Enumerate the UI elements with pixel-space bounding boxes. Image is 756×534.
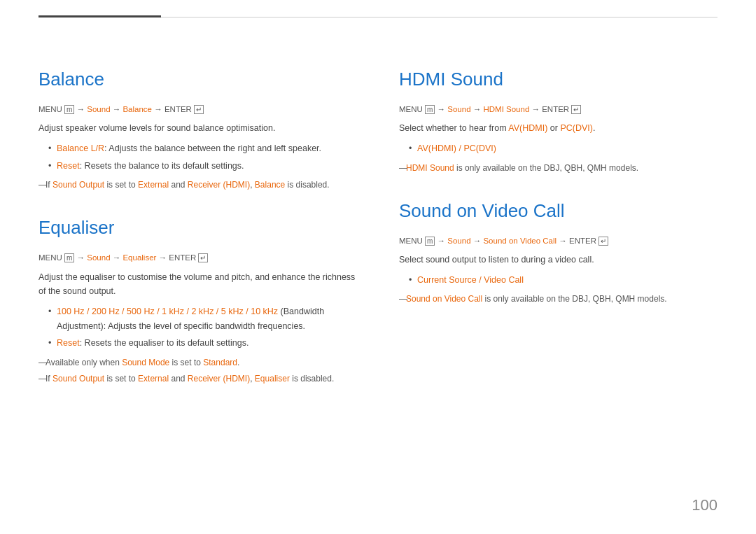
balance-enter-icon: ↵ [194, 105, 204, 114]
eq-freqs-label: 100 Hz / 200 Hz / 500 Hz / 1 kHz / 2 kHz… [57, 307, 278, 316]
eq-note1-standard: Standard [203, 358, 237, 367]
eq-reset-label: Reset [57, 338, 80, 348]
equaliser-menu-path: MENU m → Sound → Equaliser → ENTER ↵ [38, 251, 357, 264]
balance-items: Balance L/R: Adjusts the balance between… [50, 141, 357, 173]
sovc-menu-icon: m [425, 237, 435, 246]
eq-arrow3: → ENTER [156, 253, 198, 262]
balance-title: Balance [38, 69, 357, 90]
eq-note1: Available only when Sound Mode is set to… [38, 356, 357, 370]
balance-note-sound-output: Sound Output [52, 180, 104, 190]
left-column: Balance MENU m → Sound → Balance → ENTER… [38, 28, 357, 386]
balance-menu-pre: MENU [38, 105, 64, 113]
eq-note2-sound-output: Sound Output [52, 374, 104, 384]
eq-note2-receiver: Receiver (HDMI) [188, 374, 250, 384]
balance-menu-balance: Balance [122, 105, 152, 113]
eq-item-freqs: 100 Hz / 200 Hz / 500 Hz / 1 kHz / 2 kHz… [50, 304, 357, 333]
sovc-arrow2: → [471, 237, 484, 245]
eq-reset-rest: : Resets the equaliser to its default se… [80, 338, 249, 348]
eq-note2-external: External [138, 374, 169, 384]
hdmi-sound-title: HDMI Sound [399, 69, 718, 90]
page-number: 100 [692, 496, 718, 514]
balance-reset-rest: : Resets the balance to its default sett… [80, 161, 244, 171]
hdmi-sound-menu-path: MENU m → Sound → HDMI Sound → ENTER ↵ [399, 103, 718, 115]
eq-arrow1: → [74, 253, 87, 262]
hdmi-menu-icon: m [425, 105, 435, 114]
equaliser-desc: Adjust the equaliser to customise the vo… [38, 270, 357, 299]
balance-menu-path: MENU m → Sound → Balance → ENTER ↵ [38, 103, 357, 115]
hdmi-sound-item: AV(HDMI) / PC(DVI) [410, 141, 718, 156]
balance-item-reset: Reset: Resets the balance to its default… [50, 159, 357, 174]
eq-menu-eq: Equaliser [122, 253, 156, 262]
eq-menu-pre: MENU [38, 253, 64, 262]
eq-menu-icon: m [64, 253, 74, 262]
eq-note1-sound-mode: Sound Mode [122, 358, 169, 367]
sovc-menu-sound: Sound [447, 237, 470, 245]
balance-section: Balance MENU m → Sound → Balance → ENTER… [38, 69, 357, 192]
eq-enter-icon: ↵ [198, 253, 208, 262]
eq-item-reset: Reset: Resets the equaliser to its defau… [50, 336, 357, 351]
hdmi-sound-desc: Select whether to hear from AV(HDMI) or … [399, 121, 718, 136]
balance-lr-label: Balance L/R [57, 143, 104, 153]
hdmi-pc-dvi: PC(DVI) [560, 123, 593, 133]
equaliser-title: Equaliser [38, 217, 357, 239]
right-column: HDMI Sound MENU m → Sound → HDMI Sound →… [399, 28, 718, 386]
balance-menu-icon: m [64, 105, 74, 114]
balance-menu-sound: Sound [87, 105, 110, 113]
hdmi-arrow1: → [435, 105, 447, 113]
balance-arrow3: → ENTER [152, 105, 194, 113]
eq-note2: If Sound Output is set to External and R… [38, 372, 357, 386]
sovc-item-label: Current Source / Video Call [417, 275, 524, 285]
sovc-menu-pre: MENU [399, 237, 425, 245]
sovc-item: Current Source / Video Call [410, 273, 718, 288]
hdmi-sound-note: HDMI Sound is only available on the DBJ,… [399, 162, 718, 175]
sovc-desc: Select sound output to listen to during … [399, 253, 718, 267]
hdmi-menu-hdmi: HDMI Sound [483, 105, 529, 113]
balance-desc: Adjust speaker volume levels for sound b… [38, 121, 357, 136]
sovc-note-label: Sound on Video Call [406, 294, 482, 304]
hdmi-menu-sound: Sound [447, 105, 470, 113]
balance-note: If Sound Output is set to External and R… [38, 178, 357, 192]
equaliser-items: 100 Hz / 200 Hz / 500 Hz / 1 kHz / 2 kHz… [50, 304, 357, 351]
sound-video-call-section: Sound on Video Call MENU m → Sound → Sou… [399, 200, 718, 307]
balance-item-lr: Balance L/R: Adjusts the balance between… [50, 141, 357, 156]
balance-reset-label: Reset [57, 161, 80, 171]
hdmi-sound-section: HDMI Sound MENU m → Sound → HDMI Sound →… [399, 69, 718, 175]
equaliser-section: Equaliser MENU m → Sound → Equaliser → E… [38, 217, 357, 386]
sound-video-call-title: Sound on Video Call [399, 200, 718, 222]
hdmi-sound-item-label: AV(HDMI) / PC(DVI) [417, 143, 496, 153]
hdmi-sound-note-label: HDMI Sound [406, 163, 454, 173]
balance-arrow2: → [111, 105, 123, 113]
balance-lr-rest: : Adjusts the balance between the right … [104, 143, 321, 153]
sovc-items: Current Source / Video Call [410, 273, 718, 288]
sovc-note: Sound on Video Call is only available on… [399, 293, 718, 306]
balance-note-receiver: Receiver (HDMI) [188, 180, 250, 190]
sovc-menu-path: MENU m → Sound → Sound on Video Call → E… [399, 234, 718, 247]
hdmi-arrow3: → ENTER [529, 105, 571, 113]
sovc-arrow3: → ENTER [556, 237, 598, 245]
eq-note2-equaliser: Equaliser [255, 374, 290, 384]
hdmi-av-hdmi: AV(HDMI) [508, 123, 547, 133]
hdmi-sound-items: AV(HDMI) / PC(DVI) [410, 141, 718, 156]
balance-note-balance: Balance [255, 180, 285, 190]
hdmi-menu-pre: MENU [399, 105, 425, 113]
hdmi-enter-icon: ↵ [571, 105, 581, 114]
balance-arrow1: → [74, 105, 87, 113]
hdmi-arrow2: → [471, 105, 484, 113]
balance-note-external: External [138, 180, 169, 190]
sovc-menu-sovc: Sound on Video Call [483, 237, 556, 245]
sovc-arrow1: → [435, 237, 447, 245]
eq-arrow2: → [111, 253, 123, 262]
eq-menu-sound: Sound [87, 253, 110, 262]
sovc-enter-icon: ↵ [598, 237, 608, 246]
